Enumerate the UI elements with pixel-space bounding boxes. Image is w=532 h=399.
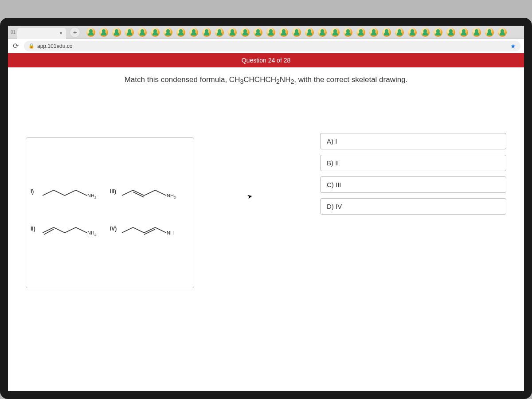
profile-icon[interactable] — [318, 28, 327, 37]
profile-icon[interactable] — [112, 28, 121, 37]
profile-icon[interactable] — [176, 28, 185, 37]
structure-label: I) — [31, 187, 40, 195]
structure-label: IV) — [110, 224, 120, 232]
skeletal-drawing: NH2 — [120, 187, 189, 202]
mouse-cursor-icon: ➤ — [246, 192, 254, 201]
url-text: app.101edu.co — [37, 43, 72, 49]
svg-line-7 — [144, 190, 155, 196]
structure-2: II) NH2 — [31, 224, 110, 248]
quiz-app: Question 24 of 28 Match this condensed f… — [8, 53, 524, 391]
svg-line-15 — [133, 227, 144, 233]
profile-icon[interactable] — [254, 28, 262, 37]
browser-toolbar: ⟳ 🔒 app.101edu.co ★ — [8, 39, 524, 53]
question-body: I) NH2 III) — [8, 89, 524, 391]
profile-icon[interactable] — [228, 28, 237, 37]
profile-icon[interactable] — [459, 28, 468, 37]
profile-icon[interactable] — [164, 28, 172, 37]
svg-line-13 — [76, 227, 87, 233]
answer-choices: A) I B) II C) III D) IV — [320, 129, 506, 215]
profile-icon[interactable] — [382, 28, 391, 37]
svg-line-3 — [76, 190, 87, 196]
profile-icon[interactable] — [485, 28, 494, 37]
svg-line-11 — [54, 227, 65, 233]
answer-b[interactable]: B) II — [320, 155, 506, 171]
profile-icon[interactable] — [369, 28, 378, 37]
svg-line-18 — [155, 227, 166, 233]
profile-icons-row — [86, 28, 507, 37]
svg-line-12 — [65, 227, 76, 233]
profile-icon[interactable] — [241, 28, 250, 37]
structure-label: III) — [110, 187, 120, 195]
structure-4: IV) NH — [110, 224, 189, 248]
browser-tab-strip: 01 × + — [8, 26, 524, 39]
skeletal-drawing: NH — [120, 224, 189, 239]
answer-c[interactable]: C) III — [320, 176, 506, 193]
profile-icon[interactable] — [86, 28, 95, 37]
structure-3: III) NH2 — [110, 187, 189, 211]
profile-icon[interactable] — [446, 28, 455, 37]
profile-icon[interactable] — [292, 28, 301, 37]
browser-tab-active[interactable]: × — [17, 28, 66, 39]
reload-icon[interactable]: ⟳ — [12, 42, 20, 50]
structures-panel: I) NH2 III) — [26, 137, 194, 288]
svg-line-1 — [54, 190, 65, 196]
profile-icon[interactable] — [472, 28, 481, 37]
answer-a[interactable]: A) I — [320, 133, 506, 149]
profile-icon[interactable] — [331, 28, 340, 37]
profile-icon[interactable] — [215, 28, 224, 37]
new-tab-button[interactable]: + — [70, 27, 80, 38]
profile-icon[interactable] — [498, 28, 507, 37]
profile-icon[interactable] — [421, 28, 430, 37]
profile-icon[interactable] — [189, 28, 198, 37]
profile-icon[interactable] — [151, 28, 160, 37]
question-prompt: Match this condensed formula, CH3CHCHCH2… — [8, 67, 524, 89]
profile-icon[interactable] — [408, 28, 417, 37]
svg-line-2 — [65, 190, 76, 196]
svg-line-0 — [43, 190, 54, 196]
address-bar[interactable]: 🔒 app.101edu.co ★ — [24, 41, 520, 51]
skeletal-drawing: NH2 — [40, 224, 110, 239]
bookmark-star-icon[interactable]: ★ — [510, 43, 516, 50]
profile-icon[interactable] — [266, 28, 275, 37]
tab-text-peek: 01 — [9, 30, 17, 35]
profile-icon[interactable] — [395, 28, 404, 37]
profile-icon[interactable] — [305, 28, 314, 37]
lock-icon: 🔒 — [28, 43, 35, 49]
question-counter: Question 24 of 28 — [242, 57, 291, 64]
skeletal-drawing: NH2 — [40, 187, 110, 202]
profile-icon[interactable] — [202, 28, 211, 37]
profile-icon[interactable] — [138, 28, 147, 37]
profile-icon[interactable] — [434, 28, 442, 37]
structure-1: I) NH2 — [31, 187, 110, 211]
profile-icon[interactable] — [279, 28, 288, 37]
svg-line-14 — [122, 227, 133, 233]
question-header: Question 24 of 28 — [8, 53, 524, 67]
profile-icon[interactable] — [99, 28, 108, 37]
monitor-bezel: 01 × + — [0, 18, 532, 399]
profile-icon[interactable] — [356, 28, 365, 37]
profile-icon[interactable] — [125, 28, 134, 37]
profile-icon[interactable] — [344, 28, 352, 37]
close-icon[interactable]: × — [59, 30, 63, 36]
structure-label: II) — [31, 224, 40, 232]
svg-line-8 — [155, 190, 166, 196]
answer-d[interactable]: D) IV — [320, 198, 506, 215]
svg-line-4 — [122, 190, 133, 196]
